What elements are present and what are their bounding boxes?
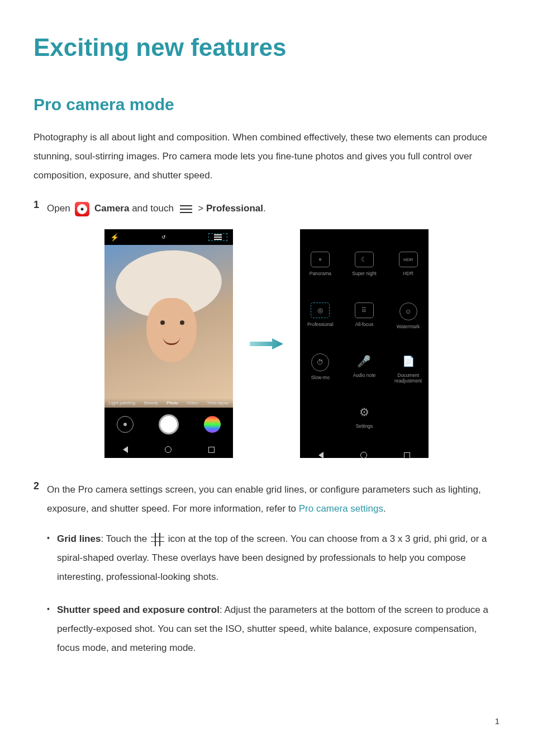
panorama-icon: ⚬ <box>311 252 330 267</box>
mode-settings-label: Settings <box>356 423 373 429</box>
viewfinder-photo: Light painting Beauty Photo Video Time-l… <box>104 245 233 408</box>
screenshots-row: ⚡ ↺ Light painting Beauty Photo Video <box>34 229 499 458</box>
super-night-icon: ☾ <box>355 252 374 267</box>
mode-watermark: ☺ Watermark <box>397 303 420 329</box>
camera-controls <box>104 408 233 441</box>
bullet-grid-lines-label: Grid lines <box>57 533 101 544</box>
page-title: Exciting new features <box>34 34 499 62</box>
flash-icon: ⚡ <box>110 233 119 242</box>
bullet-shutter-body: Shutter speed and exposure control: Adju… <box>57 601 499 658</box>
step-2-number: 2 <box>34 480 47 492</box>
step1-period: . <box>263 203 266 214</box>
arrow-icon <box>250 337 283 351</box>
bullet-list: • Grid lines: Touch the icon at the top … <box>47 530 499 658</box>
page-number: 1 <box>0 700 533 737</box>
bullet-dot: • <box>47 530 57 546</box>
shutter-button-icon <box>159 414 179 434</box>
step1-gt: > <box>198 203 206 214</box>
step1-professional: Professional <box>206 203 263 214</box>
recent-icon <box>208 447 215 453</box>
step-1-body: Open Camera and touch > Professional. <box>47 199 499 218</box>
slow-mo-icon: ⏱ <box>311 353 329 371</box>
menu-icon-highlighted <box>208 233 227 242</box>
mode-audio-note: 🎤 Audio note <box>353 353 376 378</box>
step-2-body: On the Pro camera settings screen, you c… <box>47 480 499 672</box>
step2-period: . <box>383 503 386 514</box>
camera-modes-grid: ⚬ Panorama ☾ Super night HDR HDR ◎ Profe… <box>300 229 429 452</box>
home-icon <box>165 446 172 453</box>
mode-time-lapse: Time-lapse <box>207 400 229 405</box>
bullet-shutter-label: Shutter speed and exposure control <box>57 604 220 615</box>
android-nav-bar <box>104 441 233 458</box>
mode-panorama: ⚬ Panorama <box>310 252 331 276</box>
camera-top-bar: ⚡ ↺ <box>104 229 233 245</box>
mode-document-label: Document readjustment <box>388 372 429 384</box>
home-icon <box>360 452 367 459</box>
mode-beauty: Beauty <box>144 400 158 405</box>
mode-hdr-label: HDR <box>403 271 413 276</box>
mode-light-painting: Light painting <box>109 400 136 405</box>
intro-paragraph: Photography is all about light and compo… <box>34 128 499 185</box>
mode-settings: ⚙ Settings <box>355 404 374 429</box>
professional-icon: ◎ <box>311 303 330 318</box>
step1-camera-label: Camera <box>94 203 129 214</box>
mode-audio-note-label: Audio note <box>353 372 376 378</box>
mode-slow-mo: ⏱ Slow-mo <box>311 353 330 380</box>
audio-note-icon: 🎤 <box>355 353 374 369</box>
mode-super-night-label: Super night <box>352 271 376 276</box>
mode-super-night: ☾ Super night <box>352 252 376 276</box>
android-nav-bar <box>300 452 429 459</box>
recent-icon <box>404 452 410 459</box>
menu-icon <box>180 205 192 213</box>
mode-panorama-label: Panorama <box>310 271 331 276</box>
camera-app-icon <box>75 202 89 216</box>
document-icon: 📄 <box>399 353 418 369</box>
mode-video: Video <box>187 400 198 405</box>
back-icon <box>123 446 128 453</box>
step2-text-a: On the Pro camera settings screen, you c… <box>47 484 481 514</box>
watermark-icon: ☺ <box>399 303 417 320</box>
camera-menu-screenshot: ⚬ Panorama ☾ Super night HDR HDR ◎ Profe… <box>300 229 429 458</box>
camera-viewfinder-screenshot: ⚡ ↺ Light painting Beauty Photo Video <box>104 229 233 458</box>
pro-camera-settings-link[interactable]: Pro camera settings <box>299 503 383 514</box>
mode-professional-highlighted: ◎ Professional <box>307 303 334 327</box>
step1-and-touch: and touch <box>132 203 176 214</box>
grid-lines-icon <box>152 534 163 545</box>
step-2: 2 On the Pro camera settings screen, you… <box>34 480 499 672</box>
section-title: Pro camera mode <box>34 95 499 114</box>
settings-icon: ⚙ <box>355 404 374 420</box>
bullet1-before-icon: : Touch the <box>101 533 150 544</box>
menu-icon <box>214 234 222 240</box>
gallery-thumbnail-icon <box>204 416 221 433</box>
mode-switch-icon <box>117 416 134 433</box>
hdr-icon: HDR <box>399 252 418 267</box>
step-1-number: 1 <box>34 199 47 211</box>
mode-all-focus-label: All-focus <box>355 322 374 327</box>
step1-open: Open <box>47 203 73 214</box>
back-icon <box>318 452 323 459</box>
camera-modes-bar: Light painting Beauty Photo Video Time-l… <box>104 398 233 408</box>
step-1: 1 Open Camera and touch > Professional. <box>34 199 499 218</box>
mode-hdr: HDR HDR <box>399 252 418 276</box>
svg-marker-0 <box>250 338 283 349</box>
document-page: Exciting new features Pro camera mode Ph… <box>0 0 533 700</box>
bullet-dot: • <box>47 601 57 617</box>
all-focus-icon: ⠿ <box>355 303 374 318</box>
mode-document: 📄 Document readjustment <box>388 353 429 384</box>
bullet-shutter: • Shutter speed and exposure control: Ad… <box>47 601 499 658</box>
mode-professional-label: Professional <box>307 322 334 327</box>
bullet-grid-lines: • Grid lines: Touch the icon at the top … <box>47 530 499 587</box>
mode-photo: Photo <box>166 400 178 405</box>
switch-camera-icon: ↺ <box>161 234 166 240</box>
mode-all-focus: ⠿ All-focus <box>355 303 374 327</box>
bullet-grid-lines-body: Grid lines: Touch the icon at the top of… <box>57 530 499 587</box>
mode-slow-mo-label: Slow-mo <box>311 375 330 380</box>
mode-watermark-label: Watermark <box>397 324 420 329</box>
